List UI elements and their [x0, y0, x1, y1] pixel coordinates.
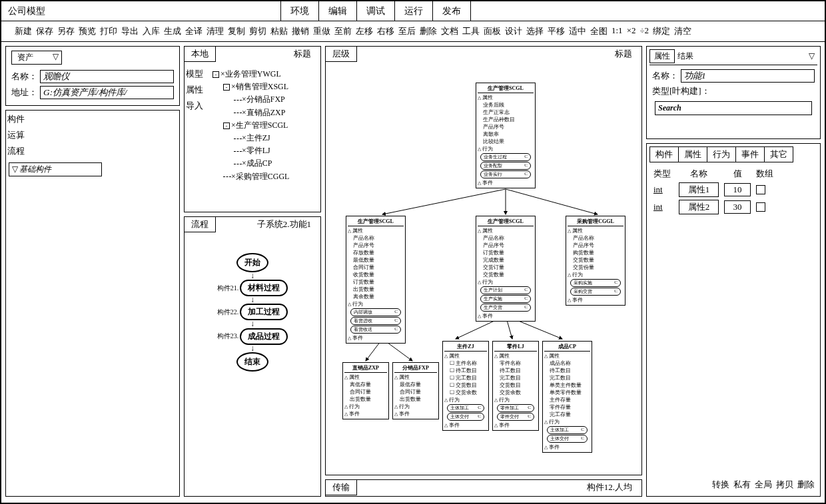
comp-tab-component[interactable]: 构件 — [7, 113, 31, 125]
flow-step3[interactable]: 成品过程 — [240, 328, 288, 345]
tb-fit[interactable]: 适中 — [569, 25, 586, 37]
hier-node-root[interactable]: 生产管理SCGL△属性业务后顾生产正常志生产品种数目产品序号离散率比较结果△行为… — [476, 83, 536, 188]
hierarchy-panel[interactable]: 层级 标题 生产管理SCGL△属性业务后顾生产正常志生产品种数目产品序号离散率比… — [325, 46, 642, 475]
tree-node[interactable]: -×业务管理YWGL — [212, 68, 289, 81]
tb-back[interactable]: 至后 — [398, 25, 416, 37]
tb-undo[interactable]: 撤销 — [292, 25, 309, 37]
tb-panel[interactable]: 面板 — [484, 25, 501, 37]
props-tab-attr[interactable]: 属性 — [649, 49, 675, 63]
tb-select[interactable]: 选择 — [526, 25, 544, 37]
tree-node[interactable]: ×直销品ZXP — [212, 107, 289, 119]
flow-step2[interactable]: 加工过程 — [240, 304, 288, 320]
component-combo[interactable]: 基础构件 — [9, 162, 102, 176]
tree-node[interactable]: ×采购管理CGGL — [212, 170, 289, 183]
tb-delete[interactable]: 删除 — [420, 25, 437, 37]
props-dropdown-icon[interactable]: ▽ — [806, 51, 817, 61]
tb-all[interactable]: 全图 — [590, 25, 608, 37]
tab-run[interactable]: 运行 — [394, 1, 433, 21]
tb-clear[interactable]: 清空 — [674, 25, 691, 37]
tb-new[interactable]: 新建 — [15, 25, 32, 37]
local-tree[interactable]: -×业务管理YWGL-×销售管理XSGL×分销品FXP×直销品ZXP-×生产管理… — [211, 65, 290, 212]
tb-left[interactable]: 左移 — [356, 25, 373, 37]
asset-addr-input[interactable] — [40, 86, 174, 99]
tb-x2[interactable]: ×2 — [627, 25, 636, 37]
hier-node-scgl1[interactable]: 生产管理SCGL△属性产品名称产品序号存放数量最低数量合同订量收货数量订货数量出… — [346, 216, 406, 344]
local-sb-import[interactable]: 导入 — [186, 100, 210, 112]
tree-node[interactable]: ×零件LJ — [212, 144, 289, 157]
tb-d2[interactable]: ÷2 — [639, 25, 649, 37]
flow-start[interactable]: 开始 — [236, 253, 268, 272]
flow-tab[interactable]: 流程 — [184, 216, 216, 232]
tb-clean[interactable]: 清理 — [206, 25, 224, 37]
tb-11[interactable]: 1:1 — [612, 25, 623, 37]
tb-save[interactable]: 保存 — [36, 25, 53, 37]
hier-node-zxp[interactable]: 直销品ZXP△属性离低存量合同订量出货数量△行为△事件 — [342, 362, 389, 419]
tab-edit[interactable]: 编辑 — [318, 1, 357, 21]
flow-end[interactable]: 结束 — [236, 352, 268, 372]
tb-pan[interactable]: 平移 — [548, 25, 565, 37]
props-tab-result[interactable]: 结果 — [677, 51, 693, 62]
action-copy[interactable]: 拷贝 — [776, 479, 793, 491]
tb-right[interactable]: 右移 — [377, 25, 394, 37]
tb-paste[interactable]: 粘贴 — [270, 25, 288, 37]
tab-env[interactable]: 环境 — [280, 1, 319, 21]
top-tabs: 环境 编辑 调试 运行 发布 — [281, 1, 471, 21]
flow-step3-label: 构件23. — [217, 332, 239, 341]
tab-debug[interactable]: 调试 — [356, 1, 395, 21]
asset-name-input[interactable] — [40, 70, 174, 83]
tb-gen[interactable]: 生成 — [164, 25, 181, 37]
flow-step1[interactable]: 材料过程 — [240, 280, 288, 296]
tb-saveas[interactable]: 另存 — [57, 25, 75, 37]
tb-export[interactable]: 导出 — [121, 25, 139, 37]
tb-copy[interactable]: 复制 — [228, 25, 245, 37]
asset-dropdown[interactable]: 资产 — [11, 51, 62, 65]
local-sb-model[interactable]: 模型 — [186, 68, 210, 80]
attr-h-type: 类型 — [653, 168, 673, 180]
tb-trans[interactable]: 全译 — [185, 25, 203, 37]
tree-node[interactable]: ×成品CP — [212, 157, 289, 170]
app-title: 公司模型 — [1, 1, 281, 21]
local-sb-attr[interactable]: 属性 — [186, 84, 210, 96]
tree-node[interactable]: -×销售管理XSGL — [212, 81, 289, 93]
tb-doc[interactable]: 文档 — [441, 25, 458, 37]
tab-publish[interactable]: 发布 — [432, 1, 471, 21]
props-search[interactable]: Search — [655, 101, 812, 115]
tb-preview[interactable]: 预览 — [79, 25, 96, 37]
tb-design[interactable]: 设计 — [505, 25, 522, 37]
tb-redo[interactable]: 重做 — [313, 25, 330, 37]
attr-tab-behav[interactable]: 行为 — [707, 146, 736, 162]
tb-front[interactable]: 至前 — [334, 25, 352, 37]
tb-print[interactable]: 打印 — [100, 25, 117, 37]
action-global[interactable]: 全局 — [755, 479, 772, 491]
hier-node-scgl2[interactable]: 生产管理SCGL△属性产品名称产品序号订货数量完成数量交货订量交货数量△行为生产… — [476, 216, 536, 322]
attr-tab-comp[interactable]: 构件 — [649, 146, 679, 162]
transport-tab[interactable]: 传输 — [325, 479, 357, 495]
hier-node-cp[interactable]: 成品CP△属性成品名称待工数目完工数目单类主件数量单类零件数量主件存量零件存量完… — [542, 341, 592, 453]
hier-node-lj[interactable]: 零件LJ△属性零件名称待工数目完工数目交货数目交货余数△行为零件加工零件交付△事… — [492, 341, 539, 431]
tb-store[interactable]: 入库 — [143, 25, 160, 37]
action-private[interactable]: 私有 — [733, 479, 751, 491]
action-delete[interactable]: 删除 — [797, 479, 815, 491]
asset-panel: 资产 名称： 地址： — [5, 46, 180, 106]
tb-tool[interactable]: 工具 — [462, 25, 480, 37]
hier-node-fxp[interactable]: 分销品FXP△属性最低存量合同订量出货数量△行为△事件 — [392, 362, 439, 419]
action-convert[interactable]: 转换 — [712, 479, 729, 491]
props-name-input[interactable] — [681, 69, 815, 83]
hier-tab[interactable]: 层级 — [325, 46, 357, 62]
tb-bind[interactable]: 绑定 — [653, 25, 670, 37]
tree-node[interactable]: -×生产管理SCGL — [212, 119, 289, 132]
arrow-icon: ↓ — [250, 274, 254, 278]
attr-row[interactable]: int属性110 — [649, 181, 817, 198]
tree-node[interactable]: ×分销品FXP — [212, 93, 289, 106]
tb-cut[interactable]: 剪切 — [249, 25, 266, 37]
attr-tab-other[interactable]: 其它 — [764, 146, 793, 162]
hier-node-cggl[interactable]: 采购管理CGGL△属性产品名称产品序号购货数量交货数量交货份量△行为采购实施采购… — [566, 216, 625, 306]
hier-node-zj[interactable]: 主件ZJ△属性☐ 主件名称☐ 待工数目☐ 完工数目☐ 交货数目☐ 交货余数△行为… — [442, 341, 489, 431]
attr-tab-attr[interactable]: 属性 — [678, 146, 707, 162]
attr-row[interactable]: int属性230 — [649, 198, 817, 216]
attr-tab-event[interactable]: 事件 — [735, 146, 765, 162]
comp-tab-operation[interactable]: 运算 — [7, 129, 31, 141]
local-tab[interactable]: 本地 — [184, 46, 216, 62]
tree-node[interactable]: ×主件ZJ — [212, 132, 289, 144]
comp-tab-flow[interactable]: 流程 — [7, 145, 31, 157]
